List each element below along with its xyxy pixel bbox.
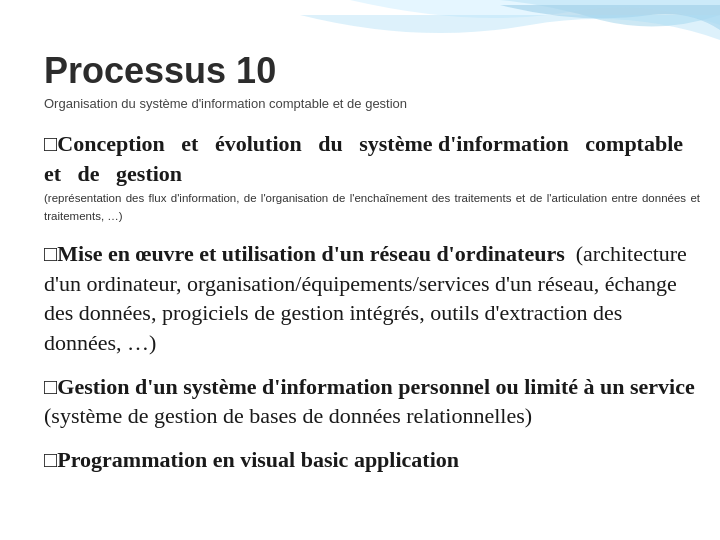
section-conception-heading-text: Conception et évolution du système d'inf…: [44, 131, 694, 186]
main-content: Processus 10 Organisation du système d'i…: [44, 50, 700, 530]
section-gestion-normal: (système de gestion de bases de données …: [44, 403, 532, 428]
section-programmation-bold: Programmation en visual basic applicatio…: [57, 447, 459, 472]
section-mise-en-oeuvre-heading: □Mise en œuvre et utilisation d'un résea…: [44, 239, 700, 358]
section-gestion: □Gestion d'un système d'information pers…: [44, 372, 700, 431]
section-mise-en-oeuvre: □Mise en œuvre et utilisation d'un résea…: [44, 239, 700, 358]
section-mise-en-oeuvre-bold: Mise en œuvre et utilisation d'un réseau…: [57, 241, 564, 266]
section-programmation-heading: □Programmation en visual basic applicati…: [44, 445, 700, 475]
page-subtitle: Organisation du système d'information co…: [44, 96, 700, 111]
section-gestion-bold: Gestion d'un système d'information perso…: [57, 374, 694, 399]
section-conception-body: (représentation des flux d'information, …: [44, 190, 700, 225]
section-programmation: □Programmation en visual basic applicati…: [44, 445, 700, 475]
page-title: Processus 10: [44, 50, 700, 92]
section-gestion-heading: □Gestion d'un système d'information pers…: [44, 372, 700, 431]
section-conception: □Conception et évolution du système d'in…: [44, 129, 700, 225]
section-conception-heading: □Conception et évolution du système d'in…: [44, 129, 700, 188]
